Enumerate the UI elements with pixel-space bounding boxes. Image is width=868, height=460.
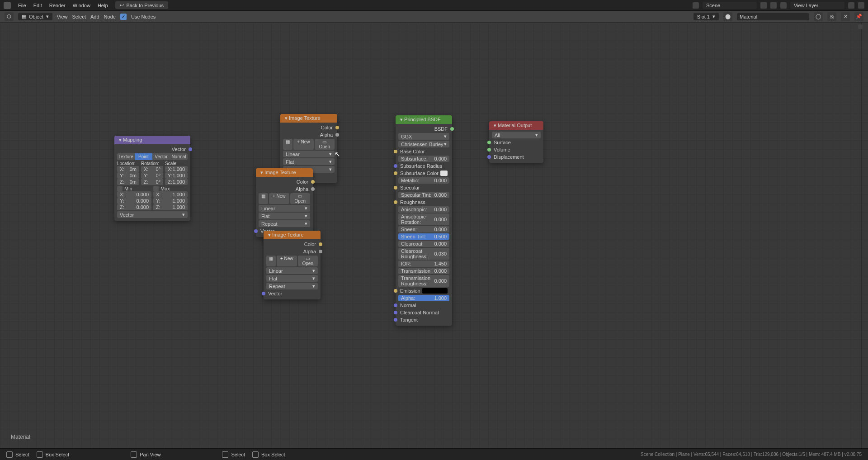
input-anisotropic-[interactable]: Anisotropic:0.000 (398, 206, 449, 213)
socket-alpha-out[interactable]: Alpha (259, 186, 310, 192)
scene-selector[interactable]: Scene (703, 2, 757, 9)
input-clearcoat-[interactable]: Clearcoat:0.000 (398, 241, 449, 247)
image-browse-icon[interactable]: ▦ (259, 193, 268, 204)
distribution-dropdown[interactable]: GGX▾ (398, 133, 449, 140)
use-nodes-checkbox[interactable]: ✓ (120, 14, 127, 20)
input-transmission-[interactable]: Transmission:0.000 (398, 268, 449, 274)
new-image-button[interactable]: + New (293, 139, 314, 150)
socket-clearcoat-normal[interactable]: Clearcoat Normal (398, 309, 449, 316)
min-z[interactable]: Z:0.000 (117, 204, 151, 210)
input-subsurface-[interactable]: Subsurface:0.000 (398, 156, 449, 162)
new-image-button[interactable]: + New (277, 256, 297, 266)
socket-vector-out[interactable]: Vector (117, 146, 188, 152)
socket-surface[interactable]: Surface (492, 139, 541, 146)
image-browse-icon[interactable]: ▦ (266, 256, 276, 266)
material-name-field[interactable]: Material (737, 13, 809, 20)
max-x[interactable]: X:1.000 (153, 191, 188, 198)
menu-select[interactable]: Select (72, 14, 86, 19)
node-header[interactable]: ▾ Image Texture (264, 231, 321, 239)
vector-input-dropdown[interactable]: Vector▾ (117, 211, 188, 218)
input-clearcoat-roughness-[interactable]: Clearcoat Roughness:0.030 (398, 248, 449, 260)
scene-delete-icon[interactable] (770, 2, 777, 9)
input-specular-tint-[interactable]: Specular Tint:0.000 (398, 192, 449, 198)
socket-color-out[interactable]: Color (259, 179, 310, 185)
menu-view[interactable]: View (57, 14, 68, 19)
viewlayer-selector[interactable]: View Layer (790, 2, 844, 9)
max-checkbox[interactable] (153, 186, 159, 191)
socket-tangent[interactable]: Tangent (398, 317, 449, 323)
min-x[interactable]: X:0.000 (117, 191, 151, 198)
tab-vector[interactable]: Vector (152, 153, 170, 160)
socket-displacement[interactable]: Displacement (492, 154, 541, 160)
scale-z[interactable]: Z:1.000 (165, 179, 188, 185)
material-shield-icon[interactable]: ◯ (814, 12, 823, 21)
open-image-button[interactable]: ▭ Open (298, 256, 318, 266)
socket-specular[interactable]: Specular (398, 185, 449, 191)
node-header[interactable]: ▾ Image Texture (256, 168, 313, 177)
socket-volume[interactable]: Volume (492, 147, 541, 153)
tab-normal[interactable]: Normal (170, 153, 188, 160)
scale-x[interactable]: X:1.000 (165, 166, 188, 172)
menu-edit[interactable]: Edit (33, 3, 42, 8)
input-sheen-[interactable]: Sheen:0.000 (398, 226, 449, 232)
node-header[interactable]: ▾ Image Texture (280, 114, 337, 123)
rot-z[interactable]: Z:0° (141, 179, 163, 185)
interpolation-dropdown[interactable]: Linear▾ (259, 205, 310, 212)
loc-y[interactable]: Y:0m (117, 172, 139, 179)
input-emission[interactable]: Emission (398, 288, 449, 294)
socket-color-out[interactable]: Color (266, 241, 318, 247)
node-mapping[interactable]: ▾ Mapping Vector Texture Point Vector No… (114, 136, 190, 221)
node-editor-canvas[interactable]: Material ▾ Mapping Vector Texture Point … (0, 23, 868, 448)
output-target-dropdown[interactable]: All▾ (492, 132, 541, 138)
node-header[interactable]: ▾ Material Output (489, 121, 543, 130)
menu-add[interactable]: Add (90, 14, 99, 19)
socket-alpha-out[interactable]: Alpha (266, 248, 318, 255)
viewlayer-new-icon[interactable] (848, 2, 854, 9)
node-image-texture-2[interactable]: ▾ Image Texture Color Alpha ▦ + New ▭ Op… (256, 168, 313, 237)
socket-color-out[interactable]: Color (283, 124, 335, 131)
input-subsurface-color[interactable]: Subsurface Color (398, 170, 449, 176)
rot-y[interactable]: Y:0° (141, 172, 163, 179)
input-sheen-tint-[interactable]: Sheen Tint:0.500 (398, 233, 449, 240)
interpolation-dropdown[interactable]: Linear▾ (283, 151, 335, 157)
socket-base-color[interactable]: Base Color (398, 148, 449, 155)
menu-file[interactable]: File (18, 3, 26, 8)
scene-new-icon[interactable] (760, 2, 767, 9)
socket-bsdf-out[interactable]: BSDF (398, 126, 449, 132)
node-header[interactable]: ▾ Mapping (114, 136, 190, 144)
input-alpha-[interactable]: Alpha:1.000 (398, 295, 449, 301)
socket-normal[interactable]: Normal (398, 302, 449, 308)
node-image-texture-3[interactable]: ▾ Image Texture Color Alpha ▦ + New ▭ Op… (264, 231, 321, 299)
socket-roughness[interactable]: Roughness (398, 199, 449, 205)
open-image-button[interactable]: ▭ Open (290, 193, 311, 204)
min-y[interactable]: Y:0.000 (117, 198, 151, 204)
input-anisotropic-rotation-[interactable]: Anisotropic Rotation:0.000 (398, 213, 449, 225)
menu-window[interactable]: Window (73, 3, 90, 8)
extension-dropdown[interactable]: Repeat▾ (266, 283, 318, 289)
menu-node[interactable]: Node (104, 14, 116, 19)
back-to-previous-button[interactable]: ↩ Back to Previous (115, 1, 169, 9)
projection-dropdown[interactable]: Flat▾ (259, 213, 310, 219)
pin-icon[interactable]: 📌 (854, 12, 863, 21)
projection-dropdown[interactable]: Flat▾ (266, 275, 318, 282)
image-browse-icon[interactable]: ▦ (283, 139, 292, 150)
input-metallic-[interactable]: Metallic:0.000 (398, 177, 449, 184)
socket-subsurface-radius[interactable]: Subsurface Radius (398, 163, 449, 169)
material-slot-dropdown[interactable]: Slot 1▾ (693, 13, 719, 20)
node-header[interactable]: ▾ Principled BSDF (396, 115, 452, 124)
max-y[interactable]: Y:1.000 (153, 198, 188, 204)
menu-render[interactable]: Render (49, 3, 66, 8)
tab-point[interactable]: Point (135, 153, 152, 160)
projection-dropdown[interactable]: Flat▾ (283, 158, 335, 165)
min-checkbox[interactable] (117, 186, 123, 191)
interaction-mode-dropdown[interactable]: ▦Object▾ (18, 13, 52, 20)
scale-y[interactable]: Y:1.000 (165, 172, 188, 179)
viewlayer-delete-icon[interactable] (858, 2, 864, 9)
socket-vector-in[interactable]: Vector (266, 290, 318, 297)
scene-icon[interactable] (693, 2, 699, 9)
interpolation-dropdown[interactable]: Linear▾ (266, 267, 318, 274)
mapping-type-tabs[interactable]: Texture Point Vector Normal (117, 153, 188, 160)
input-transmission-roughness-[interactable]: Transmission Roughness:0.000 (398, 275, 449, 287)
node-material-output[interactable]: ▾ Material Output All▾ Surface Volume Di… (489, 121, 543, 163)
extension-dropdown[interactable]: Repeat▾ (259, 220, 310, 227)
